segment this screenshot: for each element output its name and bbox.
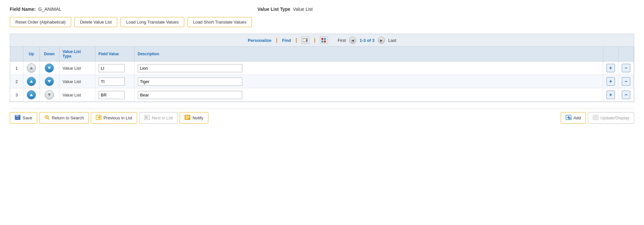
export-icon (303, 38, 308, 43)
header-row: Field Name: G_ANIMAL Value List Type Val… (10, 7, 634, 12)
col-header-fv: Field Value (95, 47, 134, 61)
col-header-num (10, 47, 23, 61)
delete-value-list-button[interactable]: Delete Value List (74, 17, 117, 27)
delete-row-button[interactable]: − (622, 64, 630, 72)
save-label: Save (23, 115, 32, 120)
description-input[interactable] (138, 64, 242, 72)
down-button[interactable] (45, 90, 54, 99)
field-name-value: G_ANIMAL (38, 7, 61, 12)
svg-rect-30 (185, 118, 188, 119)
grid-container: Personalize | Find | | First ◀ 1-3 of 3 (10, 34, 634, 102)
update-display-icon (593, 115, 599, 121)
load-long-translate-button[interactable]: Load Long Translate Values (121, 17, 184, 27)
table-header-row: Up Down Value ListType Field Value Descr… (10, 47, 634, 61)
down-button[interactable] (45, 63, 54, 73)
find-link[interactable]: Find (282, 38, 291, 43)
prev-list-icon (96, 115, 102, 121)
data-table: Up Down Value ListType Field Value Descr… (10, 47, 634, 102)
value-list-type-cell: Value List (59, 61, 95, 75)
col-header-add (603, 47, 619, 61)
value-list-type-section: Value List Type Value List (257, 7, 313, 12)
toolbar-separator: | (276, 37, 277, 43)
update-display-label: Update/Display (601, 115, 629, 120)
up-button[interactable] (27, 77, 36, 86)
up-button[interactable] (27, 63, 36, 73)
grid-layout-icon-button[interactable] (320, 37, 328, 44)
svg-point-20 (46, 116, 47, 118)
up-button[interactable] (27, 90, 36, 99)
notify-icon (185, 115, 190, 121)
toolbar-separator3: | (314, 37, 315, 43)
table-row: 2Value List+− (10, 75, 634, 88)
next-in-list-button[interactable]: Next in List (139, 112, 178, 124)
notify-label: Notify (192, 115, 203, 120)
svg-marker-10 (30, 80, 33, 83)
svg-rect-26 (145, 116, 146, 119)
pagination-text: 1-3 of 3 (360, 38, 375, 43)
add-button[interactable]: Add (561, 112, 586, 124)
svg-rect-23 (99, 116, 100, 119)
add-icon (566, 115, 572, 121)
previous-in-list-button[interactable]: Previous in List (91, 112, 137, 124)
svg-rect-15 (16, 115, 19, 117)
personalize-link[interactable]: Personalize (248, 38, 271, 43)
grid-layout-icon (321, 38, 327, 43)
export-icon-button[interactable] (301, 37, 309, 44)
update-display-button[interactable]: Update/Display (588, 112, 634, 124)
value-list-type-value: Value List (293, 7, 313, 12)
svg-rect-6 (321, 41, 323, 43)
row-number: 2 (10, 75, 23, 88)
svg-rect-7 (324, 41, 326, 43)
save-button[interactable]: Save (10, 112, 37, 124)
first-label: First (338, 38, 346, 43)
grid-toolbar: Personalize | Find | | First ◀ 1-3 of 3 (10, 34, 634, 47)
toolbar-separator2: | (296, 37, 297, 43)
value-list-type-label: Value List Type (257, 7, 290, 12)
return-to-search-button[interactable]: Return to Search (39, 112, 89, 124)
add-row-button[interactable]: + (606, 91, 615, 99)
down-button[interactable] (45, 77, 54, 86)
col-header-up: Up (23, 47, 40, 61)
svg-rect-4 (321, 38, 323, 40)
save-icon (15, 115, 21, 121)
svg-marker-9 (48, 67, 51, 69)
next-page-button[interactable]: ▶ (378, 37, 385, 44)
row-number: 1 (10, 61, 23, 75)
previous-in-list-label: Previous in List (104, 115, 132, 120)
svg-rect-5 (324, 38, 326, 40)
value-list-type-cell: Value List (59, 88, 95, 102)
description-input[interactable] (138, 78, 242, 86)
next-list-icon (144, 115, 150, 121)
load-short-translate-button[interactable]: Load Short Translate Values (187, 17, 252, 27)
table-row: 1Value List+− (10, 61, 634, 75)
description-input[interactable] (138, 91, 242, 99)
delete-row-button[interactable]: − (622, 77, 630, 86)
field-value-input[interactable] (99, 91, 125, 99)
field-value-input[interactable] (99, 64, 125, 72)
bottom-bar: Save Return to Search Previous in List (10, 109, 634, 127)
add-row-button[interactable]: + (606, 77, 615, 86)
svg-marker-12 (30, 94, 33, 96)
svg-marker-8 (30, 67, 33, 69)
toolbar-row: Reset Order (Alphabetical) Delete Value … (10, 17, 634, 27)
notify-button[interactable]: Notify (180, 112, 208, 124)
svg-marker-11 (48, 80, 51, 83)
reset-order-button[interactable]: Reset Order (Alphabetical) (10, 17, 71, 27)
field-name-label: Field Name: (10, 7, 36, 12)
last-label[interactable]: Last (388, 38, 396, 43)
svg-rect-29 (185, 117, 189, 118)
field-value-input[interactable] (99, 78, 125, 86)
col-header-desc: Description (134, 47, 603, 61)
add-row-button[interactable]: + (606, 64, 615, 72)
table-row: 3Value List+− (10, 88, 634, 102)
next-in-list-label: Next in List (152, 115, 173, 120)
svg-marker-13 (48, 94, 51, 96)
svg-rect-28 (185, 116, 189, 116)
prev-page-button[interactable]: ◀ (349, 37, 356, 44)
svg-line-19 (48, 118, 49, 120)
add-label: Add (573, 115, 581, 120)
row-number: 3 (10, 88, 23, 102)
field-name-section: Field Name: G_ANIMAL (10, 7, 61, 12)
delete-row-button[interactable]: − (622, 91, 630, 99)
col-header-vlt: Value ListType (59, 47, 95, 61)
